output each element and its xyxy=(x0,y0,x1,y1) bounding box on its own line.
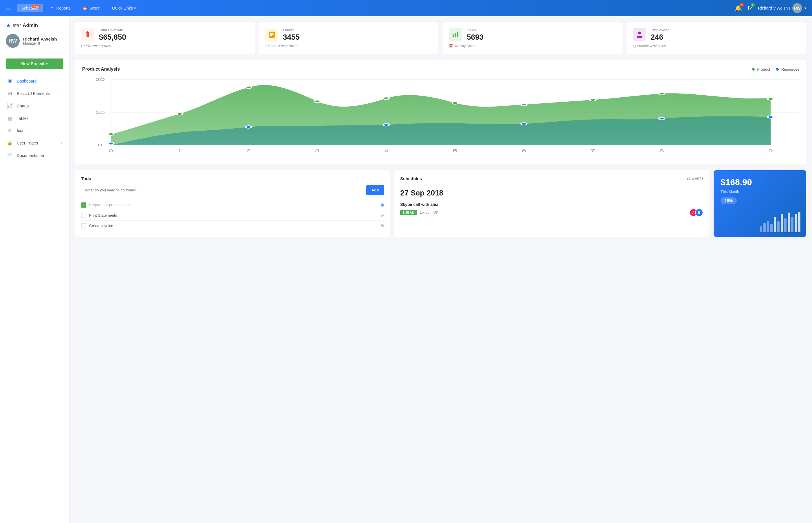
online-indicator xyxy=(38,42,40,44)
mini-bar xyxy=(763,223,766,232)
legend-resources: Resources xyxy=(776,67,799,72)
svg-text:0: 0 xyxy=(109,148,113,153)
svg-rect-7 xyxy=(457,32,458,37)
schedules-card: Schedules 21 Events 27 Sep 2018 Skype ca… xyxy=(394,170,709,237)
todo-input[interactable] xyxy=(81,185,364,195)
revenue-month-label: This Month xyxy=(721,190,799,194)
sidebar-item-basic-ui[interactable]: ⊞ Basic UI Elements › xyxy=(0,87,69,100)
product-dot xyxy=(752,68,755,71)
nav-item-quick-links[interactable]: Quick Links ▾ xyxy=(107,4,140,12)
sidebar-item-label: Dashboard xyxy=(17,79,37,84)
product-area xyxy=(111,85,771,145)
employees-label: Employees xyxy=(651,28,669,32)
svg-rect-4 xyxy=(270,35,272,36)
time-badge: 3:45 AM xyxy=(400,210,417,215)
chevron-down-icon: ▾ xyxy=(805,6,806,10)
orders-value: 3455 xyxy=(283,33,300,42)
todo-checkbox-3[interactable] xyxy=(81,223,86,229)
nav-item-reports[interactable]: 〜 Reports xyxy=(46,4,75,13)
todo-card: Todo Add ✓ Prepare for presentation ⊗ Pr… xyxy=(75,170,390,237)
revenue-icon xyxy=(81,28,94,41)
orders-label: Orders xyxy=(283,28,300,32)
svg-point-41 xyxy=(659,117,664,120)
event-details: 3:45 AM London, UK A B xyxy=(400,209,703,217)
dashboard-icon: ▣ xyxy=(7,78,13,84)
new-project-button[interactable]: New Project + xyxy=(6,58,63,69)
svg-point-27 xyxy=(108,133,114,136)
nav-item-schedule[interactable]: Schedule New xyxy=(17,4,43,12)
quick-links-label: Quick Links ▾ xyxy=(112,6,136,11)
sales-sub: 📅 Weekly Sales xyxy=(449,44,617,48)
alerts-button[interactable]: 🏳 4 xyxy=(747,5,753,12)
svg-point-34 xyxy=(590,98,596,101)
todo-checkbox-1[interactable]: ✓ xyxy=(81,202,86,208)
employees-icon xyxy=(633,28,646,41)
chart-svg: 20 10 0 0 1 2 3 4 5 6 7 8 9 xyxy=(82,76,799,158)
stat-card-revenue: Total Revenue $65,650 ℹ 65% lower growth xyxy=(75,22,254,54)
sidebar-item-user-pages[interactable]: 🔒 User Pages › xyxy=(0,137,69,149)
sidebar-item-label: Documentation xyxy=(17,153,44,158)
svg-rect-2 xyxy=(270,33,273,34)
mini-bar xyxy=(770,224,773,232)
hamburger-menu[interactable]: ☰ xyxy=(6,5,11,12)
sidebar-item-tables[interactable]: ▦ Tables xyxy=(0,112,69,125)
nav-item-score[interactable]: 🎯 Score xyxy=(78,4,105,12)
revenue-sub: ℹ 65% lower growth xyxy=(81,44,249,48)
svg-point-28 xyxy=(177,113,183,115)
doc-icon: 📄 xyxy=(7,152,13,158)
svg-text:1: 1 xyxy=(177,148,182,153)
svg-rect-3 xyxy=(270,34,273,35)
sidebar-item-charts[interactable]: 📈 Charts xyxy=(0,100,69,112)
event-location: London, UK xyxy=(420,211,438,215)
event-title: Skype call with alex xyxy=(400,202,703,207)
chart-container: 20 10 0 0 1 2 3 4 5 6 7 8 9 xyxy=(82,76,799,158)
user-menu[interactable]: Richard V.Welsh ! RW ▾ xyxy=(758,3,807,13)
bottom-row: Todo Add ✓ Prepare for presentation ⊗ Pr… xyxy=(75,170,806,237)
notifications-button[interactable]: 🔔 7 xyxy=(735,5,742,12)
todo-close-3[interactable]: ⊗ xyxy=(380,223,384,229)
svg-text:8: 8 xyxy=(659,148,664,153)
todo-checkbox-2[interactable] xyxy=(81,213,86,218)
todo-close-1[interactable]: ⊗ xyxy=(380,202,384,208)
add-todo-button[interactable]: Add xyxy=(366,185,384,195)
mini-bar xyxy=(767,221,769,232)
star-icon: ★ xyxy=(6,22,11,29)
alerts-badge: 4 xyxy=(751,3,754,7)
schedule-date: 27 Sep 2018 xyxy=(400,188,703,198)
todo-text-2: Print Statements xyxy=(89,213,377,217)
mini-bar xyxy=(781,214,783,232)
sidebar-user-info: Richard V.Welsh Manager xyxy=(23,36,57,46)
svg-point-42 xyxy=(768,116,774,119)
revenue-info: Total Revenue $65,650 xyxy=(99,28,126,42)
mini-bar xyxy=(798,212,800,232)
stat-card-orders: Orders 3455 □ Product-wise sales xyxy=(259,22,439,54)
reports-label: Reports xyxy=(56,6,70,11)
sidebar-item-label: Charts xyxy=(17,104,29,108)
todo-item-1: ✓ Prepare for presentation ⊗ xyxy=(81,200,384,210)
revenue-percent-badge: 18% xyxy=(721,197,737,204)
svg-text:3: 3 xyxy=(315,148,320,153)
svg-text:2: 2 xyxy=(246,148,251,153)
sidebar-user-role: Manager xyxy=(23,41,57,46)
revenue-value: $65,650 xyxy=(99,33,126,42)
sales-label: Sales xyxy=(467,28,484,32)
employees-sub: ◎ Product-wise sales xyxy=(633,44,801,48)
sidebar-item-dashboard[interactable]: ▣ Dashboard xyxy=(0,75,69,87)
svg-text:4: 4 xyxy=(384,148,389,153)
mini-bar xyxy=(777,221,779,232)
sidebar-item-icons[interactable]: ☺ Icons xyxy=(0,125,69,137)
revenue-mini-card: $168.90 This Month 18% xyxy=(714,170,806,237)
sidebar-item-label: User Pages xyxy=(17,141,38,145)
ui-elements-icon: ⊞ xyxy=(7,91,13,96)
svg-text:5: 5 xyxy=(453,148,457,153)
mini-bars xyxy=(760,212,800,232)
todo-input-row: Add xyxy=(81,185,384,195)
stat-card-sales: Sales 5693 📅 Weekly Sales xyxy=(443,22,622,54)
score-label: Score xyxy=(89,6,100,11)
chart-header: Product Analysis Product Resources xyxy=(82,67,799,72)
svg-text:7: 7 xyxy=(590,148,595,153)
sidebar-item-documentation[interactable]: 📄 Documentation xyxy=(0,149,69,162)
todo-close-2[interactable]: ⊗ xyxy=(380,213,384,218)
top-navigation: ☰ Schedule New 〜 Reports 🎯 Score Quick L… xyxy=(0,0,812,16)
svg-marker-0 xyxy=(86,31,90,37)
